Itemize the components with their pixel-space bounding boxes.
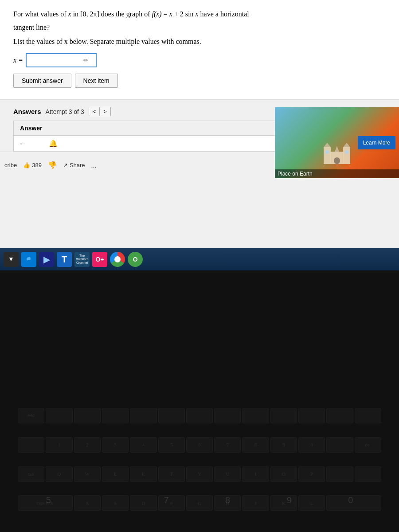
question-instruction: List the values of x below. Separate mul… bbox=[13, 36, 386, 47]
taskbar-edge-icon[interactable] bbox=[21, 252, 36, 267]
castle-illustration bbox=[319, 141, 355, 165]
answer-row: x = ✏ bbox=[13, 53, 386, 67]
svg-rect-6 bbox=[334, 157, 340, 164]
svg-marker-3 bbox=[324, 143, 331, 147]
share-button[interactable]: ↗ Share bbox=[63, 162, 85, 168]
col-answer-header: Answer bbox=[14, 121, 297, 136]
svg-rect-7 bbox=[325, 150, 329, 154]
taskbar-chrome2-icon[interactable] bbox=[128, 252, 143, 267]
buttons-row: Submit answer Next item bbox=[13, 74, 386, 88]
more-button[interactable]: ... bbox=[91, 161, 97, 169]
answer-cell: - 🔔 bbox=[14, 136, 297, 152]
answer-input-wrapper[interactable]: ✏ bbox=[26, 53, 97, 67]
taskbar-office-plus-icon[interactable]: O+ bbox=[92, 252, 107, 267]
like-button[interactable]: 👍 389 bbox=[23, 162, 42, 168]
desktop-area: esc 1 2 3 4 5 6 7 8 9 0 del tab Q W E R … bbox=[0, 270, 399, 532]
nav-next-button[interactable]: > bbox=[100, 107, 110, 116]
nav-arrows: < > bbox=[89, 107, 111, 116]
taskbar-media-icon[interactable]: ▶ bbox=[39, 252, 54, 267]
answers-title: Answers bbox=[13, 108, 41, 115]
subscribe-label: cribe bbox=[4, 162, 17, 168]
question-text-line1: For what values of x in [0, 2π] does the… bbox=[13, 9, 386, 20]
attempt-info: Attempt 3 of 3 bbox=[46, 108, 84, 115]
taskbar-down-arrow-icon[interactable]: ▼ bbox=[4, 252, 19, 267]
svg-rect-2 bbox=[343, 147, 350, 164]
key-hint-7: 7 bbox=[164, 495, 169, 505]
answer-input[interactable] bbox=[28, 55, 82, 66]
question-area: For what values of x in [0, 2π] does the… bbox=[0, 0, 399, 100]
taskbar-chrome-icon[interactable] bbox=[110, 252, 125, 267]
svg-marker-4 bbox=[343, 143, 350, 147]
x-equals-label: x = bbox=[13, 56, 23, 64]
thumbnail-overlay: Place on Earth Learn More bbox=[275, 107, 399, 178]
svg-point-11 bbox=[134, 258, 137, 261]
taskbar-word-icon[interactable]: T bbox=[57, 252, 72, 267]
thumbnail-label: Place on Earth bbox=[275, 169, 399, 178]
taskbar-weather-icon[interactable]: The Weather Channel bbox=[74, 252, 90, 267]
thumbs-down-button[interactable]: 👎 bbox=[48, 161, 57, 169]
browser-content: For what values of x in [0, 2π] does the… bbox=[0, 0, 399, 248]
share-icon: ↗ bbox=[63, 162, 68, 168]
bell-icon: 🔔 bbox=[49, 139, 58, 148]
pencil-icon[interactable]: ✏ bbox=[83, 57, 89, 64]
bottom-bar: cribe 👍 389 👎 ↗ Share ... bbox=[0, 152, 399, 178]
key-hint-0: 0 bbox=[348, 495, 353, 505]
svg-marker-5 bbox=[335, 146, 339, 152]
key-hint-5: 5 bbox=[46, 495, 51, 505]
next-item-button[interactable]: Next item bbox=[75, 74, 118, 88]
thumbs-down-icon: 👎 bbox=[48, 161, 57, 169]
question-text-line2: tangent line? bbox=[13, 22, 386, 33]
thumbs-up-icon: 👍 bbox=[23, 162, 30, 168]
like-count: 389 bbox=[32, 162, 42, 168]
learn-more-button[interactable]: Learn More bbox=[358, 136, 395, 149]
svg-rect-8 bbox=[345, 150, 348, 154]
key-hint-8: 8 bbox=[225, 495, 230, 505]
taskbar: ▼ ▶ T The Weather Channel O+ bbox=[0, 248, 399, 270]
answer-value: - bbox=[20, 140, 22, 147]
key-hint-9: 9 bbox=[287, 495, 292, 505]
submit-answer-button[interactable]: Submit answer bbox=[13, 74, 71, 88]
nav-prev-button[interactable]: < bbox=[89, 107, 100, 116]
svg-rect-1 bbox=[324, 147, 331, 164]
thumbnail-title: Place on Earth bbox=[278, 171, 313, 177]
share-label: Share bbox=[70, 162, 85, 168]
